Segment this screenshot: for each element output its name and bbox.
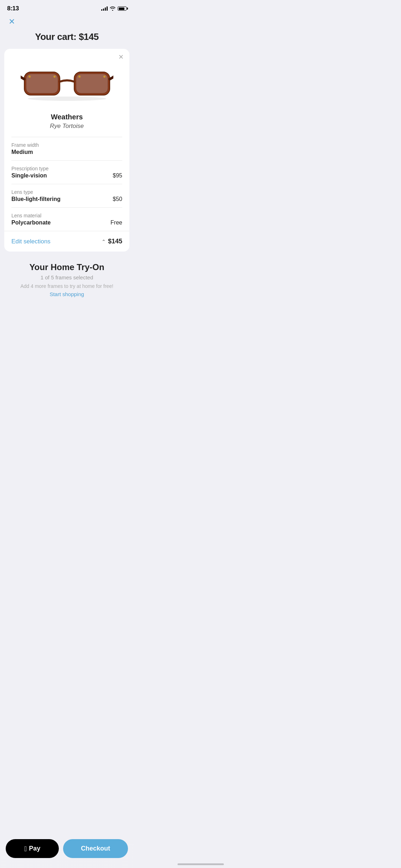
status-bar: 8:13: [0, 0, 134, 14]
spec-row: Frame width Medium: [11, 137, 122, 160]
svg-rect-1: [26, 74, 58, 93]
chevron-up-icon: ⌃: [102, 239, 106, 244]
svg-point-6: [78, 76, 81, 78]
home-tryon-subtitle: 1 of 5 frames selected: [7, 274, 127, 280]
spec-value-row: Single-vision $95: [11, 172, 122, 179]
product-variant: Rye Tortoise: [11, 123, 122, 130]
svg-point-7: [103, 76, 106, 78]
spec-price: $50: [113, 196, 122, 202]
page-title: Your cart: $145: [0, 29, 134, 49]
spec-label: Prescription type: [11, 166, 122, 171]
top-close-button[interactable]: ✕: [7, 16, 16, 27]
close-icon: ✕: [9, 18, 15, 26]
svg-rect-3: [76, 74, 108, 93]
total-price: $145: [108, 238, 122, 245]
specs-section: Frame width Medium Prescription type Sin…: [4, 137, 129, 231]
glasses-image: [21, 63, 113, 102]
status-time: 8:13: [7, 5, 19, 12]
spec-row: Lens material Polycarbonate Free: [11, 207, 122, 231]
spec-row: Prescription type Single-vision $95: [11, 160, 122, 184]
wifi-icon: [110, 6, 115, 11]
edit-total-row: Edit selections ⌃ $145: [4, 231, 129, 252]
spec-value: Medium: [11, 149, 33, 155]
home-tryon-section: Your Home Try-On 1 of 5 frames selected …: [0, 252, 134, 305]
spec-value-row: Polycarbonate Free: [11, 219, 122, 226]
spec-row: Lens type Blue-light-filtering $50: [11, 184, 122, 207]
home-tryon-note: Add 4 more frames to try at home for fre…: [7, 283, 127, 289]
signal-icon: [101, 6, 108, 11]
start-shopping-link[interactable]: Start shopping: [50, 291, 84, 297]
spec-value: Blue-light-filtering: [11, 196, 61, 202]
spec-label: Frame width: [11, 142, 122, 148]
product-info: Weathers Rye Tortoise: [4, 113, 129, 137]
total-area: ⌃ $145: [102, 238, 122, 245]
spec-label: Lens type: [11, 189, 122, 195]
spec-value: Polycarbonate: [11, 219, 51, 226]
edit-selections-button[interactable]: Edit selections: [11, 238, 51, 245]
card-close-icon: ✕: [118, 53, 124, 61]
spec-value-row: Medium: [11, 149, 122, 155]
spec-label: Lens material: [11, 213, 122, 218]
svg-point-4: [29, 76, 31, 78]
card-close-button[interactable]: ✕: [118, 54, 124, 60]
spec-value: Single-vision: [11, 172, 47, 179]
spec-price: $95: [113, 172, 122, 179]
top-close-area: ✕: [0, 14, 134, 29]
svg-point-8: [28, 97, 106, 101]
status-icons: [101, 6, 127, 11]
spec-price: Free: [110, 219, 122, 226]
home-tryon-title: Your Home Try-On: [7, 262, 127, 272]
product-image-area: [4, 49, 129, 113]
battery-icon: [118, 6, 127, 11]
spec-value-row: Blue-light-filtering $50: [11, 196, 122, 202]
product-card: ✕ Weathers Rye Tortois: [4, 49, 129, 252]
product-name: Weathers: [11, 113, 122, 121]
svg-point-5: [53, 76, 56, 78]
